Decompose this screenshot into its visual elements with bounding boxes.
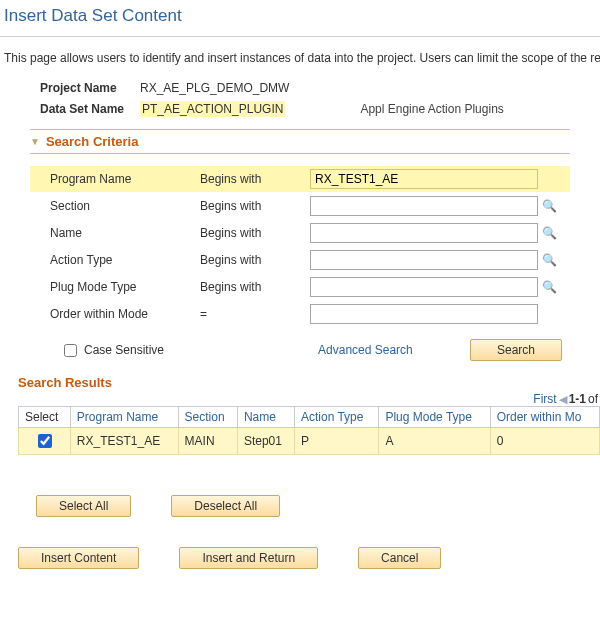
deselect-all-button[interactable]: Deselect All (171, 495, 280, 517)
order-input[interactable] (310, 304, 538, 324)
col-select: Select (19, 407, 71, 428)
pager-first-link[interactable]: First (533, 392, 556, 406)
pager-of: of (588, 392, 598, 406)
criteria-title: Search Criteria (46, 134, 139, 149)
case-sensitive-label: Case Sensitive (84, 343, 164, 357)
insert-and-return-button[interactable]: Insert and Return (179, 547, 318, 569)
criteria-row-program-name: Program Name Begins with (30, 166, 570, 192)
select-all-button[interactable]: Select All (36, 495, 131, 517)
lookup-icon[interactable]: 🔍 (542, 254, 557, 266)
col-plug-mode[interactable]: Plug Mode Type (379, 407, 490, 428)
criteria-row-plug-mode: Plug Mode Type Begins with 🔍 (30, 277, 570, 297)
criteria-op: Begins with (200, 199, 310, 213)
page-title: Insert Data Set Content (0, 0, 600, 36)
name-input[interactable] (310, 223, 538, 243)
cancel-button[interactable]: Cancel (358, 547, 441, 569)
insert-content-button[interactable]: Insert Content (18, 547, 139, 569)
criteria-label: Plug Mode Type (50, 280, 200, 294)
criteria-row-order: Order within Mode = (30, 304, 570, 324)
criteria-label: Program Name (50, 172, 200, 186)
lookup-icon[interactable]: 🔍 (542, 227, 557, 239)
table-row: RX_TEST1_AE MAIN Step01 P A 0 (19, 428, 600, 455)
cell-section: MAIN (178, 428, 237, 455)
action-type-input[interactable] (310, 250, 538, 270)
results-pager: First ◀ 1-1 of (18, 392, 600, 406)
results-title: Search Results (18, 375, 600, 390)
pager-prev-icon[interactable]: ◀ (559, 393, 567, 406)
case-sensitive-checkbox[interactable] (64, 344, 77, 357)
search-button[interactable]: Search (470, 339, 562, 361)
program-name-input[interactable] (310, 169, 538, 189)
project-name-value: RX_AE_PLG_DEMO_DMW (140, 81, 289, 95)
criteria-label: Order within Mode (50, 307, 200, 321)
cell-action-type: P (294, 428, 378, 455)
criteria-op: Begins with (200, 253, 310, 267)
criteria-label: Action Type (50, 253, 200, 267)
plug-mode-input[interactable] (310, 277, 538, 297)
divider (0, 36, 600, 37)
lookup-icon[interactable]: 🔍 (542, 200, 557, 212)
advanced-search-link[interactable]: Advanced Search (318, 343, 413, 357)
table-header-row: Select Program Name Section Name Action … (19, 407, 600, 428)
criteria-row-section: Section Begins with 🔍 (30, 196, 570, 216)
col-name[interactable]: Name (237, 407, 294, 428)
dataset-desc: Appl Engine Action Plugins (360, 102, 503, 116)
cell-order: 0 (490, 428, 599, 455)
cell-plug-mode: A (379, 428, 490, 455)
page-intro: This page allows users to identify and i… (0, 51, 600, 65)
criteria-row-name: Name Begins with 🔍 (30, 223, 570, 243)
criteria-row-action-type: Action Type Begins with 🔍 (30, 250, 570, 270)
project-name-label: Project Name (40, 81, 140, 95)
collapse-icon: ▼ (30, 136, 40, 147)
dataset-name-label: Data Set Name (40, 102, 140, 116)
cell-program: RX_TEST1_AE (70, 428, 178, 455)
criteria-label: Name (50, 226, 200, 240)
criteria-op: Begins with (200, 280, 310, 294)
lookup-icon[interactable]: 🔍 (542, 281, 557, 293)
pager-range: 1-1 (569, 392, 586, 406)
col-order[interactable]: Order within Mo (490, 407, 599, 428)
col-program[interactable]: Program Name (70, 407, 178, 428)
results-table: Select Program Name Section Name Action … (18, 406, 600, 455)
col-action-type[interactable]: Action Type (294, 407, 378, 428)
criteria-op: Begins with (200, 226, 310, 240)
criteria-op: Begins with (200, 172, 310, 186)
criteria-toggle[interactable]: ▼ Search Criteria (30, 129, 570, 154)
cell-name: Step01 (237, 428, 294, 455)
search-results-section: Search Results First ◀ 1-1 of Select Pro… (0, 361, 600, 517)
criteria-label: Section (50, 199, 200, 213)
criteria-op: = (200, 307, 310, 321)
section-input[interactable] (310, 196, 538, 216)
row-select-checkbox[interactable] (38, 434, 52, 448)
search-criteria-section: ▼ Search Criteria Program Name Begins wi… (0, 123, 600, 361)
col-section[interactable]: Section (178, 407, 237, 428)
dataset-name-value: PT_AE_ACTION_PLUGIN (140, 101, 285, 117)
